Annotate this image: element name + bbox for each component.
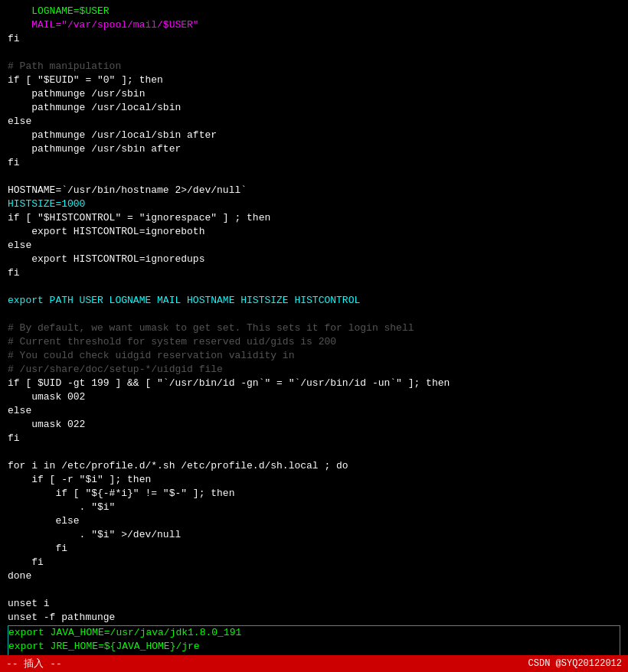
line-pathmunge-sbin: pathmunge /usr/sbin [8, 87, 620, 101]
line-fi-2: fi [8, 266, 620, 280]
line-hostname: HOSTNAME=`/usr/bin/hostname 2>/dev/null` [8, 184, 620, 197]
line-fi-inner: fi [8, 542, 620, 556]
line-done: done [8, 569, 620, 583]
line-blank-2 [8, 170, 620, 184]
line-comment-umask1: # By default, we want umask to get set. … [8, 321, 620, 335]
insert-mode: -- 插入 -- [6, 657, 62, 670]
line-fi-3: fi [8, 432, 620, 445]
line-if-euid: if [ "$EUID" = "0" ]; then [8, 73, 620, 87]
line-pathmunge-local: pathmunge /usr/local/sbin [8, 101, 620, 115]
line-pathmunge-local-after: pathmunge /usr/local/sbin after [8, 129, 620, 142]
code-area: LOGNAME=$USER MAIL="/var/spool/mail/$USE… [5, 3, 623, 672]
terminal: LOGNAME=$USER MAIL="/var/spool/mail/$USE… [0, 0, 628, 672]
line-else-2: else [8, 239, 620, 253]
line-else-4: else [8, 514, 620, 528]
line-else-1: else [8, 115, 620, 129]
line-if-dollar: if [ "${-#*i}" != "$-" ]; then [8, 487, 620, 501]
line-if-histcontrol: if [ "$HISTCONTROL" = "ignorespace" ] ; … [8, 211, 620, 225]
line-1: LOGNAME=$USER [8, 5, 620, 18]
line-dot-i: . "$i" [8, 501, 620, 514]
line-blank-6 [8, 583, 620, 597]
statusbar: -- 插入 -- CSDN @SYQ20122012 [0, 655, 628, 672]
line-comment-path: # Path manipulation [8, 60, 620, 73]
line-if-r: if [ -r "$i" ]; then [8, 473, 620, 487]
line-2: MAIL="/var/spool/mail/$USER" [8, 18, 620, 32]
line-blank-3 [8, 280, 620, 294]
line-export-ignoredups: export HISTCONTROL=ignoredups [8, 253, 620, 266]
line-blank-5 [8, 445, 620, 459]
line-blank-4 [8, 308, 620, 321]
line-histsize: HISTSIZE=1000 [8, 197, 620, 211]
line-unset-f: unset -f pathmunge [8, 611, 620, 625]
line-unset-i: unset i [8, 597, 620, 611]
line-pathmunge-sbin-after: pathmunge /usr/sbin after [8, 142, 620, 156]
line-java-home: export JAVA_HOME=/usr/java/jdk1.8.0_191 [8, 626, 620, 640]
line-blank-1 [8, 46, 620, 60]
line-comment-umask4: # /usr/share/doc/setup-*/uidgid file [8, 363, 620, 377]
line-else-3: else [8, 404, 620, 418]
line-export-ignoreboth: export HISTCONTROL=ignoreboth [8, 225, 620, 239]
line-for: for i in /etc/profile.d/*.sh /etc/profil… [8, 459, 620, 473]
csdn-watermark: CSDN @SYQ20122012 [528, 658, 622, 669]
line-umask-002: umask 002 [8, 390, 620, 404]
line-3: fi [8, 32, 620, 46]
line-if-uid: if [ $UID -gt 199 ] && [ "`/usr/bin/id -… [8, 377, 620, 390]
line-dot-devnull: . "$i" >/dev/null [8, 528, 620, 542]
line-fi-1: fi [8, 156, 620, 170]
line-jre-home: export JRE_HOME=${JAVA_HOME}/jre [8, 640, 620, 654]
line-comment-umask3: # You could check uidgid reservation val… [8, 349, 620, 363]
line-umask-022: umask 022 [8, 418, 620, 432]
line-fi-outer: fi [8, 556, 620, 569]
line-export-all: export PATH USER LOGNAME MAIL HOSTNAME H… [8, 294, 620, 308]
line-comment-umask2: # Current threshold for system reserved … [8, 335, 620, 349]
